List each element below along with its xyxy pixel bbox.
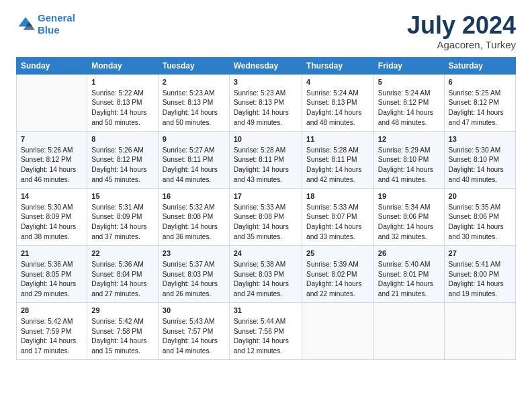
header-day-monday: Monday (87, 57, 159, 74)
calendar-cell: 22Sunrise: 5:36 AMSunset: 8:04 PMDayligh… (87, 245, 159, 302)
week-row-4: 21Sunrise: 5:36 AMSunset: 8:05 PMDayligh… (17, 245, 516, 302)
calendar-cell: 16Sunrise: 5:32 AMSunset: 8:08 PMDayligh… (158, 188, 229, 245)
title-block: July 2024 Agacoren, Turkey (407, 12, 516, 50)
logo-line2: Blue (38, 24, 60, 36)
calendar-cell: 11Sunrise: 5:28 AMSunset: 8:11 PMDayligh… (302, 131, 374, 188)
calendar-cell: 10Sunrise: 5:28 AMSunset: 8:11 PMDayligh… (229, 131, 302, 188)
day-number: 30 (163, 306, 225, 316)
day-number: 3 (234, 77, 298, 88)
day-number: 2 (163, 77, 225, 88)
day-number: 26 (378, 248, 440, 259)
day-number: 11 (306, 134, 369, 145)
calendar-cell: 3Sunrise: 5:23 AMSunset: 8:13 PMDaylight… (229, 74, 302, 131)
calendar-cell: 21Sunrise: 5:36 AMSunset: 8:05 PMDayligh… (17, 245, 87, 302)
calendar-cell: 6Sunrise: 5:25 AMSunset: 8:12 PMDaylight… (444, 74, 515, 131)
day-number: 13 (449, 134, 511, 145)
calendar-cell: 23Sunrise: 5:37 AMSunset: 8:03 PMDayligh… (158, 245, 229, 302)
day-number: 20 (449, 191, 511, 202)
calendar-cell: 2Sunrise: 5:23 AMSunset: 8:13 PMDaylight… (158, 74, 229, 131)
day-number: 29 (91, 306, 154, 316)
header-day-friday: Friday (373, 57, 444, 74)
calendar-cell: 12Sunrise: 5:29 AMSunset: 8:10 PMDayligh… (373, 131, 444, 188)
calendar-cell (444, 302, 515, 359)
week-row-3: 14Sunrise: 5:30 AMSunset: 8:09 PMDayligh… (17, 188, 516, 245)
day-number: 31 (234, 306, 298, 316)
calendar-cell: 25Sunrise: 5:39 AMSunset: 8:02 PMDayligh… (302, 245, 374, 302)
header: General Blue July 2024 Agacoren, Turkey (16, 12, 516, 50)
day-number: 16 (163, 191, 225, 202)
header-day-saturday: Saturday (444, 57, 515, 74)
calendar-cell: 30Sunrise: 5:43 AMSunset: 7:57 PMDayligh… (158, 302, 229, 359)
calendar-cell: 31Sunrise: 5:44 AMSunset: 7:56 PMDayligh… (229, 302, 302, 359)
day-number: 25 (306, 248, 369, 259)
day-number: 7 (21, 134, 83, 145)
day-number: 14 (21, 191, 83, 202)
day-number: 23 (163, 248, 225, 259)
calendar-cell: 8Sunrise: 5:26 AMSunset: 8:12 PMDaylight… (87, 131, 159, 188)
header-day-thursday: Thursday (302, 57, 374, 74)
calendar-cell: 17Sunrise: 5:33 AMSunset: 8:08 PMDayligh… (229, 188, 302, 245)
calendar-cell: 26Sunrise: 5:40 AMSunset: 8:01 PMDayligh… (373, 245, 444, 302)
calendar-cell: 1Sunrise: 5:22 AMSunset: 8:13 PMDaylight… (87, 74, 159, 131)
day-number: 24 (234, 248, 298, 259)
calendar-cell: 14Sunrise: 5:30 AMSunset: 8:09 PMDayligh… (17, 188, 87, 245)
calendar-table: SundayMondayTuesdayWednesdayThursdayFrid… (16, 57, 516, 360)
logo-text: General Blue (38, 12, 75, 36)
header-row: SundayMondayTuesdayWednesdayThursdayFrid… (17, 57, 516, 74)
day-number: 17 (234, 191, 298, 202)
calendar-cell: 9Sunrise: 5:27 AMSunset: 8:11 PMDaylight… (158, 131, 229, 188)
logo-icon (16, 15, 35, 34)
day-number: 15 (91, 191, 154, 202)
main-title: July 2024 (407, 12, 516, 39)
header-day-sunday: Sunday (17, 57, 87, 74)
day-number: 22 (91, 248, 154, 259)
calendar-cell (373, 302, 444, 359)
subtitle: Agacoren, Turkey (407, 39, 516, 50)
header-day-wednesday: Wednesday (229, 57, 302, 74)
day-number: 10 (234, 134, 298, 145)
calendar-cell: 28Sunrise: 5:42 AMSunset: 7:59 PMDayligh… (17, 302, 87, 359)
calendar-cell (17, 74, 87, 131)
calendar-cell: 7Sunrise: 5:26 AMSunset: 8:12 PMDaylight… (17, 131, 87, 188)
calendar-cell: 27Sunrise: 5:41 AMSunset: 8:00 PMDayligh… (444, 245, 515, 302)
logo-line1: General (38, 12, 75, 24)
calendar-cell: 24Sunrise: 5:38 AMSunset: 8:03 PMDayligh… (229, 245, 302, 302)
calendar-cell: 13Sunrise: 5:30 AMSunset: 8:10 PMDayligh… (444, 131, 515, 188)
calendar-cell: 19Sunrise: 5:34 AMSunset: 8:06 PMDayligh… (373, 188, 444, 245)
day-number: 5 (378, 77, 440, 88)
day-number: 21 (21, 248, 83, 259)
week-row-5: 28Sunrise: 5:42 AMSunset: 7:59 PMDayligh… (17, 302, 516, 359)
day-number: 12 (378, 134, 440, 145)
day-number: 8 (91, 134, 154, 145)
calendar-cell: 15Sunrise: 5:31 AMSunset: 8:09 PMDayligh… (87, 188, 159, 245)
page: General Blue July 2024 Agacoren, Turkey … (0, 0, 532, 411)
calendar-cell (302, 302, 374, 359)
calendar-cell: 5Sunrise: 5:24 AMSunset: 8:12 PMDaylight… (373, 74, 444, 131)
day-number: 19 (378, 191, 440, 202)
week-row-2: 7Sunrise: 5:26 AMSunset: 8:12 PMDaylight… (17, 131, 516, 188)
day-number: 18 (306, 191, 369, 202)
day-number: 9 (163, 134, 225, 145)
day-number: 4 (306, 77, 369, 88)
logo: General Blue (16, 12, 75, 36)
day-number: 6 (449, 77, 511, 88)
day-number: 1 (91, 77, 154, 88)
week-row-1: 1Sunrise: 5:22 AMSunset: 8:13 PMDaylight… (17, 74, 516, 131)
day-number: 28 (21, 306, 83, 316)
calendar-cell: 20Sunrise: 5:35 AMSunset: 8:06 PMDayligh… (444, 188, 515, 245)
calendar-cell: 29Sunrise: 5:42 AMSunset: 7:58 PMDayligh… (87, 302, 159, 359)
calendar-cell: 18Sunrise: 5:33 AMSunset: 8:07 PMDayligh… (302, 188, 374, 245)
calendar-cell: 4Sunrise: 5:24 AMSunset: 8:13 PMDaylight… (302, 74, 374, 131)
day-number: 27 (449, 248, 511, 259)
header-day-tuesday: Tuesday (158, 57, 229, 74)
